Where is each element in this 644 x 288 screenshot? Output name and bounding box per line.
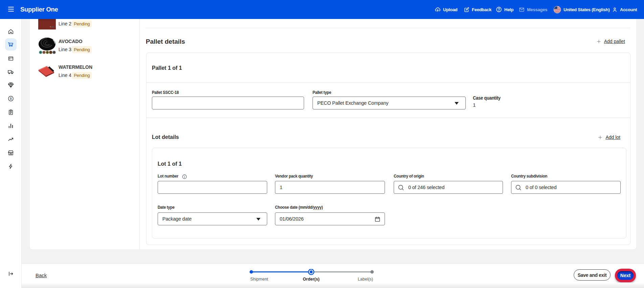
svg-text:$: $ <box>10 97 12 100</box>
